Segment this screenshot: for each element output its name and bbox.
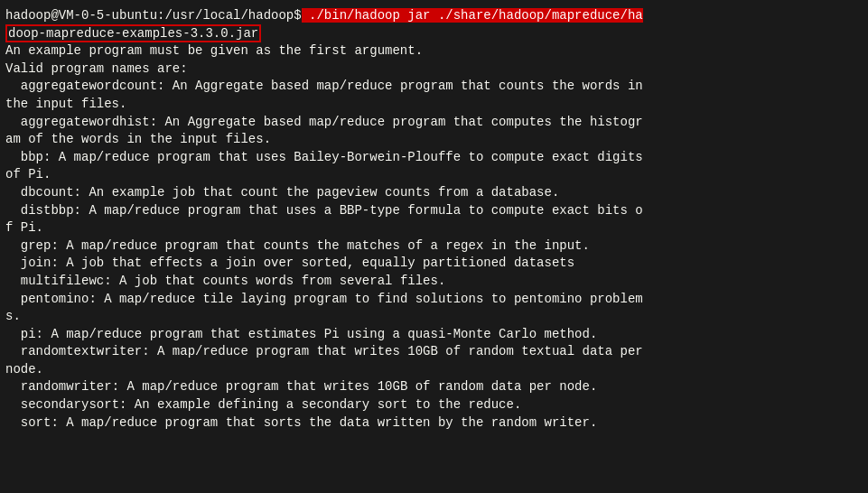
prompt-line: hadoop@VM-0-5-ubuntu:/usr/local/hadoop$ … xyxy=(5,7,863,42)
output-line-2: Valid program names are: xyxy=(5,60,863,79)
output-line-6: am of the words in the input files. xyxy=(5,131,863,149)
output-line-19: node. xyxy=(5,361,863,379)
output-line-16: s. xyxy=(5,308,863,326)
command-box: doop-mapreduce-examples-3.3.0.jar xyxy=(5,24,261,42)
output-line-13: join: A job that effects a join over sor… xyxy=(5,255,863,273)
terminal-output: An example program must be given as the … xyxy=(5,42,863,432)
output-line-22: sort: A map/reduce program that sorts th… xyxy=(5,414,863,433)
output-line-14: multifilewc: A job that counts words fro… xyxy=(5,273,863,291)
output-line-4: the input files. xyxy=(5,96,863,114)
output-line-3: aggregatewordcount: An Aggregate based m… xyxy=(5,78,863,96)
output-line-17: pi: A map/reduce program that estimates … xyxy=(5,326,863,344)
output-line-8: of Pi. xyxy=(5,166,863,184)
output-line-1: An example program must be given as the … xyxy=(5,42,863,60)
output-line-10: distbbp: A map/reduce program that uses … xyxy=(5,202,863,220)
terminal-window: hadoop@VM-0-5-ubuntu:/usr/local/hadoop$ … xyxy=(0,0,868,493)
output-line-21: secondarysort: An example defining a sec… xyxy=(5,396,863,414)
output-line-18: randomtextwriter: A map/reduce program t… xyxy=(5,343,863,361)
output-line-12: grep: A map/reduce program that counts t… xyxy=(5,237,863,256)
output-line-20: randomwriter: A map/reduce program that … xyxy=(5,378,863,396)
command-highlight: ./bin/hadoop jar ./share/hadoop/mapreduc… xyxy=(302,8,643,23)
prompt-text: hadoop@VM-0-5-ubuntu:/usr/local/hadoop$ xyxy=(5,8,302,23)
output-line-7: bbp: A map/reduce program that uses Bail… xyxy=(5,149,863,167)
output-line-5: aggregatewordhist: An Aggregate based ma… xyxy=(5,114,863,132)
output-line-9: dbcount: An example job that count the p… xyxy=(5,184,863,202)
output-line-11: f Pi. xyxy=(5,219,863,237)
output-line-15: pentomino: A map/reduce tile laying prog… xyxy=(5,291,863,309)
